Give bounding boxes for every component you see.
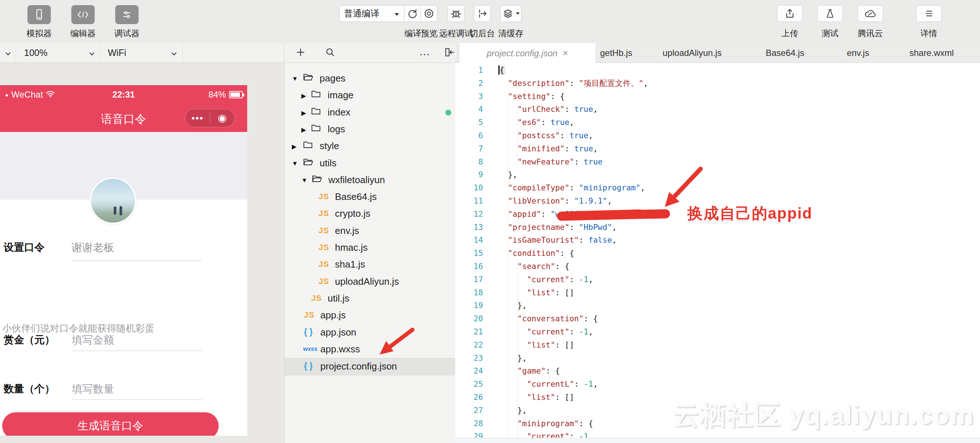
close-icon[interactable]: × (563, 48, 568, 59)
simulator-collapse-button[interactable] (0, 43, 16, 62)
tree-item-logs[interactable]: ▶logs (285, 121, 455, 138)
tree-item-style[interactable]: ▶style (285, 138, 455, 155)
tab-env.js[interactable]: env.js (847, 43, 869, 62)
capsule-menu[interactable]: ••• ◉ (185, 109, 235, 127)
tree-item-utils[interactable]: ▼utils (285, 155, 455, 172)
compile-mode-select[interactable]: 普通编译 (339, 5, 404, 22)
code-line[interactable]: 7 "minified": true, (455, 142, 980, 156)
caret-right-icon[interactable]: ▶ (301, 126, 306, 134)
code-line[interactable]: 9 }, (455, 168, 980, 181)
token: "currentL" (527, 379, 574, 389)
tree-item-project.config.json[interactable]: { }project.config.json (285, 358, 455, 375)
tree-item-app.js[interactable]: JSapp.js (285, 307, 455, 324)
code-line[interactable]: 20 "conversation": { (455, 312, 980, 325)
tab-uploadAliyun.js[interactable]: uploadAliyun.js (663, 43, 721, 62)
new-file-button[interactable] (296, 47, 306, 59)
simulator-button[interactable]: 模拟器 (27, 5, 51, 24)
tree-item-Base64.js[interactable]: JSBase64.js (285, 189, 455, 205)
detail-button[interactable]: 详情 (916, 5, 942, 22)
code-line[interactable]: 3 "setting": { (455, 90, 980, 103)
tree-item-hmac.js[interactable]: JShmac.js (285, 240, 455, 256)
tencent-cloud-label: 腾讯云 (858, 28, 883, 39)
line-number: 14 (455, 233, 483, 247)
tree-item-crypto.js[interactable]: JScrypto.js (285, 205, 455, 222)
cloud-icon (858, 5, 883, 22)
tab-Base64.js[interactable]: Base64.js (766, 43, 804, 62)
network-select[interactable]: WiFi (100, 43, 183, 62)
code-line[interactable]: 8 "newFeature": true (455, 156, 980, 168)
code-text: }, (498, 404, 527, 417)
code-text: "libVersion": "1.9.1", (498, 194, 612, 208)
token: : { (560, 249, 574, 258)
tree-item-wxfiletoaliyun[interactable]: ▼wxfiletoaliyun (285, 172, 455, 189)
more-options-icon[interactable]: … (419, 45, 431, 58)
code-line[interactable]: 6 "postcss": true, (455, 129, 980, 142)
line-number: 21 (455, 325, 483, 338)
code-line[interactable]: 19 }, (455, 299, 980, 312)
clear-cache-button[interactable]: 清缓存 (500, 5, 522, 22)
upload-button[interactable]: 上传 (777, 5, 803, 22)
search-icon[interactable] (325, 48, 335, 59)
compile-button[interactable]: 编译 (404, 5, 421, 22)
file-type-folder-icon (311, 124, 321, 134)
code-line[interactable]: 18 "list": [] (455, 286, 980, 299)
code-text: "list": [] (498, 338, 574, 352)
line-number: 10 (455, 181, 483, 194)
tree-item-label: utils (320, 157, 336, 169)
tree-item-image[interactable]: ▶image (285, 87, 455, 104)
test-button[interactable]: 测试 (817, 5, 843, 22)
code-line[interactable]: 10 "compileType": "miniprogram", (455, 181, 980, 194)
code-line[interactable]: 21 "current": -1, (455, 325, 980, 338)
tree-item-app.wxss[interactable]: wxssapp.wxss (285, 341, 455, 358)
code-line[interactable]: 2 "description": "项目配置文件。", (455, 77, 980, 90)
tab-share.wxml[interactable]: share.wxml (909, 43, 954, 62)
battery-icon (229, 91, 243, 98)
caret-right-icon[interactable]: ▶ (301, 109, 306, 117)
editor-button[interactable]: 编辑器 (71, 5, 95, 24)
count-input[interactable]: 填写数量 (72, 382, 114, 397)
token: : (570, 222, 579, 232)
code-line[interactable]: 24 "game": { (455, 364, 980, 378)
remote-debug-button[interactable]: 远程调试 (448, 5, 465, 22)
password-input[interactable]: 谢谢老板 (72, 240, 114, 255)
code-line[interactable]: 25 "currentL": -1, (455, 378, 980, 391)
line-number: 20 (455, 312, 483, 325)
caret-down-icon[interactable]: ▼ (292, 75, 298, 83)
code-editor[interactable]: 1{2 "description": "项目配置文件。",3 "setting"… (455, 63, 980, 443)
code-line[interactable]: 17 "current": -1, (455, 273, 980, 286)
tree-item-uploadAliyun.js[interactable]: JSuploadAliyun.js (285, 273, 455, 290)
tab-project.config.json[interactable]: project.config.json× (459, 43, 596, 63)
generate-voice-password-button[interactable]: 生成语音口令 (2, 412, 219, 436)
collapse-panel-icon[interactable] (445, 48, 456, 59)
code-line[interactable]: 16 "search": { (455, 260, 980, 273)
tree-item-env.js[interactable]: JSenv.js (285, 222, 455, 240)
code-line[interactable]: 23 }, (455, 352, 980, 365)
menu-dots-icon[interactable]: ••• (185, 111, 210, 125)
caret-right-icon[interactable]: ▶ (292, 143, 297, 151)
code-line[interactable]: 15 "condition": { (455, 247, 980, 260)
caret-down-icon[interactable]: ▼ (292, 160, 298, 167)
tab-getHb.js[interactable]: getHb.js (600, 43, 632, 62)
editor-label: 编辑器 (71, 28, 96, 39)
zoom-select[interactable]: 100% (16, 43, 100, 62)
caret-down-icon[interactable]: ▼ (301, 177, 307, 184)
code-line[interactable]: 1{ (455, 64, 980, 77)
code-line[interactable]: 4 "urlCheck": true, (455, 103, 980, 116)
tree-item-app.json[interactable]: { }app.json (285, 324, 455, 341)
tree-item-util.js[interactable]: JSutil.js (285, 290, 455, 307)
tree-item-sha1.js[interactable]: JSsha1.js (285, 256, 455, 273)
switch-background-button[interactable]: 切后台 (474, 5, 491, 22)
tree-item-pages[interactable]: ▼pages (285, 70, 455, 87)
tree-item-index[interactable]: ▶index (285, 104, 455, 121)
code-line[interactable]: 22 "list": [] (455, 338, 980, 352)
code-line[interactable]: 14 "isGameTourist": false, (455, 233, 980, 247)
code-line[interactable]: 5 "es6": true, (455, 116, 980, 129)
line-number: 12 (455, 208, 483, 221)
caret-right-icon[interactable]: ▶ (301, 92, 306, 100)
exit-record-icon[interactable]: ◉ (210, 110, 235, 127)
tencent-cloud-button[interactable]: 腾讯云 (858, 5, 883, 22)
code-text: "search": { (498, 260, 570, 273)
preview-button[interactable]: 预览 (421, 5, 438, 22)
amount-input[interactable]: 填写金额 (72, 333, 114, 348)
debugger-button[interactable]: 调试器 (115, 5, 138, 24)
